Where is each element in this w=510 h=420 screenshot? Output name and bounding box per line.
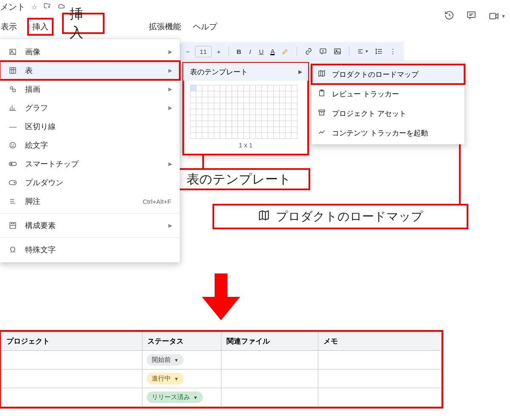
archive-icon (317, 109, 326, 118)
template-project-assets[interactable]: プロジェクト アセット (312, 104, 465, 123)
th-notes: メモ (318, 332, 441, 351)
template-review-tracker[interactable]: レビュー トラッカー (312, 84, 465, 104)
table-row[interactable]: リリース済み▼ (1, 388, 442, 407)
menu-item-table[interactable]: 表▶ (0, 61, 180, 80)
map-icon (317, 70, 326, 79)
comments-icon[interactable] (466, 10, 476, 22)
flow-arrow-icon (200, 273, 242, 320)
menu-item-hr[interactable]: — 区切り線 (0, 117, 180, 136)
hr-icon: — (8, 122, 17, 131)
menu-extensions[interactable]: 拡張機能 (148, 19, 182, 35)
insert-image-button[interactable] (332, 46, 343, 57)
menu-insert[interactable]: 挿入 (28, 19, 53, 35)
svg-point-12 (11, 144, 12, 145)
cloud-icon[interactable] (57, 2, 65, 12)
svg-rect-16 (9, 180, 17, 185)
doc-title-fragment: メント (0, 1, 26, 13)
callout-roadmap: プロダクトのロードマップ (212, 204, 468, 229)
underline-button[interactable]: U (258, 46, 266, 57)
menu-item-special-characters[interactable]: Ω 特殊文字 (0, 240, 180, 259)
map-icon (258, 209, 270, 224)
th-status: ステータス (142, 332, 221, 351)
omega-icon: Ω (8, 245, 17, 254)
svg-rect-1 (490, 14, 496, 19)
template-content-tracker[interactable]: コンテンツ トラッカーを起動 (312, 123, 465, 143)
chevron-down-icon: ▼ (193, 395, 198, 400)
clipboard-icon (317, 89, 326, 99)
status-chip-released[interactable]: リリース済み▼ (147, 392, 203, 403)
title-bar: メント ☆ (0, 0, 65, 14)
table-row[interactable]: 進行中▼ (1, 369, 442, 388)
menu-item-chart[interactable]: グラフ▶ (0, 99, 180, 117)
svg-rect-0 (468, 12, 475, 17)
menu-divider (0, 237, 180, 238)
footnote-icon (8, 197, 17, 205)
svg-point-9 (10, 87, 13, 89)
menu-item-emoji[interactable]: 絵文字 (0, 136, 180, 155)
drawing-icon (8, 85, 17, 93)
insert-menu-dropdown: 画像▶ 表▶ 描画▶ グラフ▶ — 区切り線 絵文字 スマートチップ▶ プルダウ… (0, 39, 180, 262)
menu-item-building-blocks[interactable]: 構成要素▶ (0, 216, 180, 235)
italic-button[interactable]: I (246, 46, 254, 57)
svg-rect-6 (10, 49, 16, 54)
top-right-actions: ▼ (444, 10, 506, 22)
callout-table-templates: 表のテンプレート (167, 168, 310, 190)
svg-rect-14 (9, 162, 17, 166)
trend-icon (317, 128, 326, 138)
table-size-picker[interactable] (190, 85, 301, 139)
menu-view[interactable]: 表示 (0, 19, 18, 35)
font-size-decrease[interactable]: − (184, 46, 192, 57)
menu-item-smartchip[interactable]: スマートチップ▶ (0, 155, 180, 173)
table-size-label: 1 x 1 (183, 141, 308, 149)
highlight-button[interactable] (280, 46, 291, 57)
history-icon[interactable] (444, 10, 454, 22)
svg-rect-21 (320, 111, 324, 115)
emoji-icon (8, 141, 17, 149)
star-icon[interactable]: ☆ (31, 3, 37, 11)
chevron-right-icon: ▶ (168, 86, 172, 92)
th-project: プロジェクト (1, 332, 142, 351)
more-button[interactable]: ⋮ (388, 46, 398, 57)
status-chip-in-progress[interactable]: 進行中▼ (147, 373, 184, 384)
add-comment-button[interactable] (317, 46, 329, 57)
chart-icon (8, 104, 17, 112)
text-color-button[interactable]: A (269, 46, 276, 57)
image-icon (8, 48, 17, 56)
shortcut-label: Ctrl+Alt+F (142, 198, 171, 205)
chevron-right-icon: ▶ (168, 68, 172, 73)
svg-rect-8 (10, 68, 16, 73)
chevron-down-icon: ▼ (174, 376, 179, 381)
table-templates-item[interactable]: 表のテンプレート ▶ (183, 63, 308, 81)
inserted-roadmap-table: プロジェクト ステータス 関連ファイル メモ 開始前▼ 進行中▼ リリース済み▼ (0, 330, 443, 409)
menu-item-drawing[interactable]: 描画▶ (0, 80, 180, 99)
building-blocks-icon (8, 222, 17, 229)
menu-divider (0, 213, 180, 214)
move-folder-icon[interactable] (43, 2, 51, 11)
template-roadmap[interactable]: プロダクトのロードマップ (312, 65, 465, 84)
chevron-right-icon: ▶ (168, 105, 172, 111)
svg-rect-10 (13, 89, 15, 92)
menu-item-footnote[interactable]: 脚注 Ctrl+Alt+F (0, 192, 180, 211)
table-templates-submenu: プロダクトのロードマップ レビュー トラッカー プロジェクト アセット コンテン… (312, 63, 465, 144)
chevron-right-icon: ▶ (168, 223, 172, 228)
table-row[interactable]: 開始前▼ (1, 351, 442, 369)
svg-point-13 (14, 144, 14, 145)
callout-insert: 挿入 (62, 13, 105, 34)
line-spacing-button[interactable] (374, 46, 385, 57)
meet-icon[interactable]: ▼ (488, 11, 506, 22)
menu-item-image[interactable]: 画像▶ (0, 42, 180, 61)
chevron-right-icon: ▶ (168, 49, 172, 55)
align-button[interactable]: ▼ (355, 46, 370, 56)
chevron-right-icon: ▶ (168, 161, 172, 167)
font-size-increase[interactable]: + (215, 46, 223, 57)
formatting-toolbar: − 11 + B I U A ▼ ⋮ (176, 42, 404, 61)
svg-point-11 (10, 142, 16, 148)
pulldown-icon (8, 179, 17, 186)
font-size-field[interactable]: 11 (195, 46, 212, 57)
status-chip-not-started[interactable]: 開始前▼ (147, 354, 184, 366)
menu-help[interactable]: ヘルプ (192, 19, 218, 35)
link-button[interactable] (303, 46, 314, 57)
bold-button[interactable]: B (235, 46, 243, 57)
smartchip-icon (8, 160, 17, 168)
menu-item-pulldown[interactable]: プルダウン (0, 173, 180, 192)
